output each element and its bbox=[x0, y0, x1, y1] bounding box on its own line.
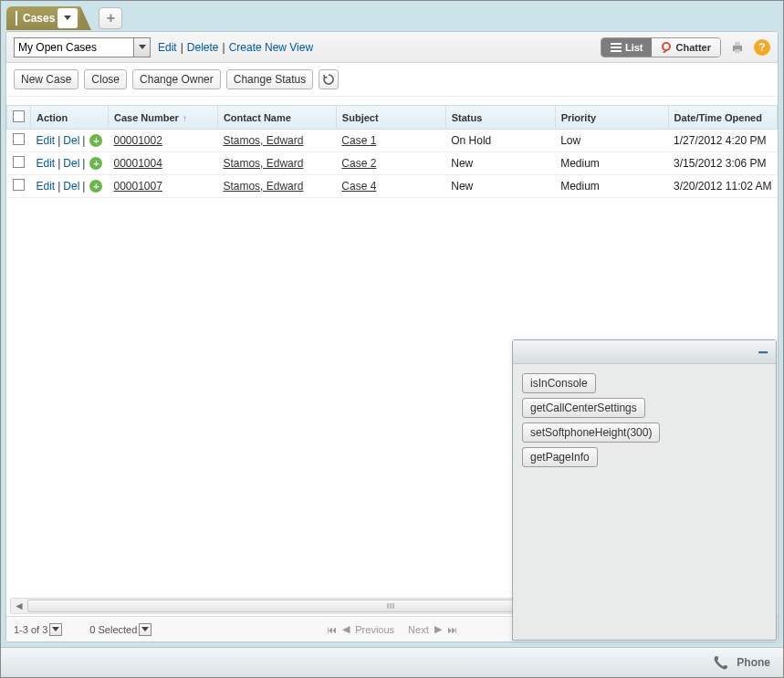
bottom-bar: Phone bbox=[1, 647, 783, 677]
toggle-chatter[interactable]: Chatter bbox=[652, 38, 720, 57]
view-links: Edit|Delete|Create New View bbox=[158, 41, 313, 54]
row-edit-link[interactable]: Edit bbox=[37, 180, 56, 193]
svg-point-3 bbox=[663, 43, 670, 50]
contact-name-link[interactable]: Stamos, Edward bbox=[223, 134, 303, 147]
pager-selected: 0 Selected bbox=[89, 624, 137, 635]
add-tab-button[interactable]: + bbox=[99, 7, 122, 29]
view-selector[interactable]: My Open Cases bbox=[14, 37, 151, 57]
col-datetime[interactable]: Date/Time Opened bbox=[668, 106, 777, 130]
priority-cell: Medium bbox=[555, 175, 668, 198]
pager-next-label[interactable]: Next bbox=[408, 624, 429, 635]
softphone-button[interactable]: getCallCenterSettings bbox=[522, 398, 645, 418]
datetime-cell: 3/20/2012 11:02 AM bbox=[668, 175, 777, 198]
sort-asc-icon: ↑ bbox=[183, 113, 187, 123]
row-checkbox[interactable] bbox=[13, 156, 25, 168]
chatter-icon bbox=[661, 42, 672, 53]
datetime-cell: 1/27/2012 4:20 PM bbox=[668, 130, 777, 152]
follow-icon[interactable]: + bbox=[89, 157, 102, 170]
svg-rect-0 bbox=[611, 43, 622, 45]
col-contact-name[interactable]: Contact Name bbox=[217, 106, 336, 130]
subject-link[interactable]: Case 2 bbox=[341, 157, 376, 170]
softphone-button[interactable]: isInConsole bbox=[522, 373, 596, 393]
phone-icon[interactable] bbox=[713, 654, 729, 671]
cases-table: Action Case Number↑ Contact Name Subject… bbox=[6, 105, 778, 198]
toggle-list[interactable]: List bbox=[601, 38, 653, 57]
list-chatter-toggle: List Chatter bbox=[601, 37, 721, 57]
subject-link[interactable]: Case 4 bbox=[341, 180, 376, 193]
svg-rect-6 bbox=[735, 49, 740, 53]
refresh-button[interactable] bbox=[319, 69, 339, 89]
view-toolbar: My Open Cases Edit|Delete|Create New Vie… bbox=[6, 32, 778, 63]
follow-icon[interactable]: + bbox=[89, 180, 102, 193]
contact-name-link[interactable]: Stamos, Edward bbox=[223, 180, 303, 193]
pager-first-icon[interactable]: ⏮ bbox=[327, 624, 337, 635]
priority-cell: Medium bbox=[555, 152, 668, 175]
tab-label: Cases bbox=[23, 12, 55, 25]
pager-selected-dropdown[interactable] bbox=[139, 623, 152, 636]
row-del-link[interactable]: Del bbox=[63, 180, 79, 193]
pager-next-icon[interactable]: ▶ bbox=[434, 623, 442, 635]
pager-prev-label[interactable]: Previous bbox=[355, 624, 394, 635]
svg-rect-5 bbox=[735, 42, 740, 46]
list-icon bbox=[611, 43, 622, 52]
datetime-cell: 3/15/2012 3:06 PM bbox=[668, 152, 777, 175]
tab-cases[interactable]: Cases bbox=[6, 6, 80, 30]
status-cell: On Hold bbox=[445, 130, 555, 152]
pager-range-dropdown[interactable] bbox=[49, 623, 62, 636]
row-actions: Edit|Del|+ bbox=[31, 152, 109, 175]
chevron-down-icon bbox=[133, 38, 150, 57]
col-case-number[interactable]: Case Number↑ bbox=[108, 106, 217, 130]
change-status-button[interactable]: Change Status bbox=[226, 69, 313, 89]
delete-view-link[interactable]: Delete bbox=[187, 41, 219, 54]
toggle-list-label: List bbox=[625, 42, 643, 53]
row-del-link[interactable]: Del bbox=[63, 157, 79, 170]
table-row: Edit|Del|+00001002Stamos, EdwardCase 1On… bbox=[7, 130, 778, 152]
print-icon[interactable] bbox=[728, 38, 747, 57]
edit-view-link[interactable]: Edit bbox=[158, 41, 177, 54]
softphone-titlebar[interactable]: − bbox=[513, 340, 776, 364]
phone-label[interactable]: Phone bbox=[737, 656, 770, 669]
softphone-panel: − isInConsolegetCallCenterSettingssetSof… bbox=[512, 339, 777, 641]
case-number-link[interactable]: 00001002 bbox=[113, 134, 162, 147]
status-cell: New bbox=[445, 152, 555, 175]
col-case-number-label: Case Number bbox=[114, 112, 179, 123]
softphone-body: isInConsolegetCallCenterSettingssetSoftp… bbox=[513, 364, 776, 640]
svg-rect-2 bbox=[611, 50, 622, 52]
priority-cell: Low bbox=[555, 130, 668, 152]
col-status[interactable]: Status bbox=[445, 106, 555, 130]
close-button[interactable]: Close bbox=[84, 69, 127, 89]
col-checkbox[interactable] bbox=[7, 106, 31, 130]
subject-link[interactable]: Case 1 bbox=[341, 134, 376, 147]
pager-range: 1-3 of 3 bbox=[14, 624, 47, 635]
contact-name-link[interactable]: Stamos, Edward bbox=[223, 157, 303, 170]
view-selector-value: My Open Cases bbox=[18, 41, 97, 54]
cases-icon bbox=[16, 12, 17, 25]
col-subject[interactable]: Subject bbox=[336, 106, 445, 130]
row-actions: Edit|Del|+ bbox=[31, 130, 109, 152]
minimize-icon[interactable]: − bbox=[758, 348, 768, 357]
case-number-link[interactable]: 00001007 bbox=[113, 180, 162, 193]
create-view-link[interactable]: Create New View bbox=[229, 41, 313, 54]
svg-rect-1 bbox=[611, 47, 622, 48]
scroll-left-icon[interactable]: ◄ bbox=[12, 599, 26, 613]
follow-icon[interactable]: + bbox=[89, 134, 102, 147]
row-del-link[interactable]: Del bbox=[63, 134, 79, 147]
pager-last-icon[interactable]: ⏭ bbox=[447, 624, 457, 635]
status-cell: New bbox=[445, 175, 555, 198]
col-priority[interactable]: Priority bbox=[555, 106, 668, 130]
pager-prev-icon[interactable]: ◀ bbox=[342, 623, 350, 635]
toggle-chatter-label: Chatter bbox=[675, 42, 711, 53]
new-case-button[interactable]: New Case bbox=[14, 69, 78, 89]
case-number-link[interactable]: 00001004 bbox=[113, 157, 162, 170]
table-row: Edit|Del|+00001004Stamos, EdwardCase 2Ne… bbox=[7, 152, 778, 175]
col-action[interactable]: Action bbox=[31, 106, 109, 130]
help-icon[interactable]: ? bbox=[754, 39, 770, 56]
softphone-button[interactable]: getPageInfo bbox=[522, 447, 598, 467]
softphone-button[interactable]: setSoftphoneHeight(300) bbox=[522, 422, 660, 443]
row-edit-link[interactable]: Edit bbox=[37, 157, 56, 170]
change-owner-button[interactable]: Change Owner bbox=[132, 69, 221, 89]
row-checkbox[interactable] bbox=[13, 179, 25, 191]
row-edit-link[interactable]: Edit bbox=[37, 134, 56, 147]
row-checkbox[interactable] bbox=[13, 133, 25, 145]
tab-menu-caret[interactable] bbox=[57, 8, 78, 28]
